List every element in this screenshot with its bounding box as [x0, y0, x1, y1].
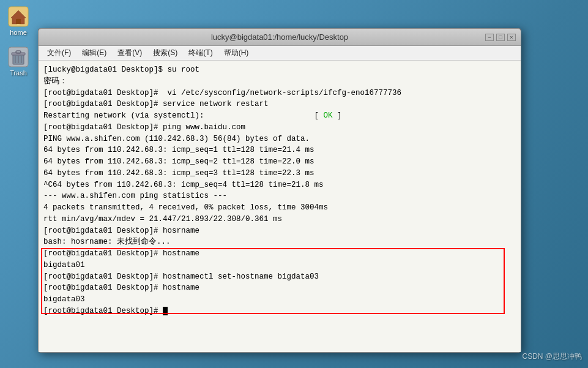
term-line-10: ^C64 bytes from 110.242.68.3: icmp_seq=4…: [43, 179, 516, 191]
term-line-21: bigdata03: [43, 294, 516, 306]
terminal-title: lucky@bigdata01:/home/lucky/Desktop: [74, 32, 485, 42]
term-line-5: [root@bigdata01 Desktop]# ping www.baidu…: [43, 122, 516, 133]
terminal-menubar: 文件(F) 编辑(E) 查看(V) 搜索(S) 终端(T) 帮助(H): [39, 46, 521, 61]
menu-view[interactable]: 查看(V): [113, 47, 147, 59]
watermark-text: CSDN @思思冲鸭: [522, 352, 582, 361]
term-line-13: 4 packets transmitted, 4 received, 0% pa…: [43, 202, 516, 214]
home-icon-label: home: [10, 29, 27, 36]
close-button[interactable]: ×: [507, 34, 516, 41]
watermark: CSDN @思思冲鸭: [522, 351, 582, 362]
menu-file[interactable]: 文件(F): [42, 47, 76, 59]
maximize-button[interactable]: □: [496, 34, 505, 41]
term-line-12: --- www.a.shifen.com ping statistics ---: [43, 190, 516, 202]
term-line-22: [root@bigdata01 Desktop]#: [43, 306, 516, 317]
terminal-window: lucky@bigdata01:/home/lucky/Desktop − □ …: [38, 28, 521, 353]
term-line-18: bigdata01: [43, 260, 516, 271]
term-line-19: [root@bigdata01 Desktop]# hostnamectl se…: [43, 271, 516, 283]
terminal-cursor: [163, 307, 168, 315]
term-line-4: Restarting network (via systemctl): [ OK…: [43, 110, 516, 122]
desktop-sidebar: home Trash: [0, 0, 37, 368]
menu-edit[interactable]: 编辑(E): [77, 47, 111, 59]
terminal-titlebar: lucky@bigdata01:/home/lucky/Desktop − □ …: [39, 29, 521, 46]
svg-rect-2: [16, 19, 21, 24]
trash-icon-label: Trash: [10, 69, 27, 77]
term-line-17: [root@bigdata01 Desktop]# hostname: [43, 248, 516, 260]
menu-terminal[interactable]: 终端(T): [184, 47, 217, 59]
desktop-icon-trash[interactable]: Trash: [2, 43, 35, 79]
menu-search[interactable]: 搜索(S): [148, 47, 182, 59]
term-line-1: 密码：: [43, 76, 516, 88]
term-line-2: [root@bigdata01 Desktop]# vi /etc/syscon…: [43, 88, 516, 99]
terminal-content[interactable]: [lucky@bigdata01 Desktop]$ su root 密码： […: [39, 61, 521, 352]
term-line-7: 64 bytes from 110.242.68.3: icmp_seq=1 t…: [43, 145, 516, 156]
menu-help[interactable]: 帮助(H): [219, 47, 254, 59]
window-controls: − □ ×: [485, 34, 516, 41]
desktop-icon-home[interactable]: home: [2, 3, 35, 39]
term-line-3: [root@bigdata01 Desktop]# service networ…: [43, 99, 516, 110]
term-line-14: rtt min/avg/max/mdev = 21.447/21.893/22.…: [43, 214, 516, 225]
home-icon: [7, 6, 29, 28]
term-line-9: 64 bytes from 110.242.68.3: icmp_seq=3 t…: [43, 168, 516, 179]
trash-icon: [7, 46, 29, 68]
term-line-16: bash: hosrname: 未找到命令...: [43, 236, 516, 248]
minimize-button[interactable]: −: [485, 34, 494, 41]
term-line-15: [root@bigdata01 Desktop]# hosrname: [43, 225, 516, 237]
term-line-8: 64 bytes from 110.242.68.3: icmp_seq=2 t…: [43, 156, 516, 168]
term-line-6: PING www.a.shifen.com (110.242.68.3) 56(…: [43, 133, 516, 145]
term-line-20: [root@bigdata01 Desktop]# hostname: [43, 282, 516, 294]
term-line-0: [lucky@bigdata01 Desktop]$ su root: [43, 64, 516, 76]
